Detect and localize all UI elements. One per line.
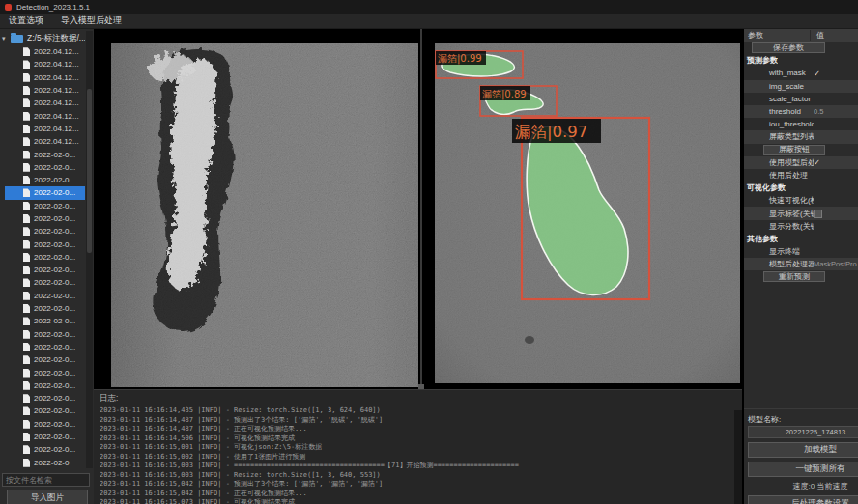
param-row-item: with_mask✓ <box>744 67 858 79</box>
tree-item[interactable]: 2022-02-0... <box>5 405 85 417</box>
tree-root-label: Z:/5-标注数据/... <box>27 33 85 44</box>
tree-item[interactable]: 2022-02-0... <box>5 212 85 225</box>
detection-label: 漏箔|0.89 <box>482 89 527 100</box>
tree-item-label: 2022.04.12... <box>34 137 79 146</box>
file-icon <box>23 163 30 172</box>
param-button[interactable]: 保存参数 <box>752 42 825 53</box>
tree-item-label: 2022-02-0... <box>34 227 75 236</box>
tree-item[interactable]: 2022-02-0... <box>5 392 85 405</box>
file-icon <box>23 202 30 210</box>
file-sidebar: ▾ Z:/5-标注数据/... 2022.04.12...2022.04.12.… <box>0 29 94 504</box>
panel-divider[interactable] <box>420 29 422 390</box>
postprocess-params-button[interactable]: 后处理参数设置 <box>748 495 858 504</box>
tree-item[interactable]: 2022-02-0... <box>5 366 85 378</box>
file-icon <box>23 86 30 95</box>
tree-item[interactable]: 2022.04.12... <box>5 123 85 135</box>
menu-item-settings[interactable]: 设置选项 <box>0 14 52 27</box>
tree-item[interactable]: 2022-02-0... <box>5 443 85 456</box>
tree-item[interactable]: 2022-02-0... <box>5 353 85 366</box>
log-line: 2023-01-11 16:16:15,042 |INFO| - 预测出了3个结… <box>100 480 742 490</box>
tree-item[interactable]: 2022-02-0... <box>5 161 85 174</box>
file-icon <box>23 278 30 287</box>
tree-item[interactable]: 2022-02-0... <box>5 225 85 238</box>
original-image[interactable] <box>111 43 418 387</box>
tree-item-label: 2022-02-0... <box>34 240 75 249</box>
load-model-button[interactable]: 加载模型 <box>748 442 858 458</box>
file-icon <box>23 151 30 159</box>
param-label: 模型后处理器 <box>744 259 814 269</box>
tree-root[interactable]: ▾ Z:/5-标注数据/... <box>2 31 85 45</box>
tree-item[interactable]: 2022-02-0... <box>5 174 85 186</box>
check-icon[interactable]: ✓ <box>814 69 858 78</box>
title-bar: Detection_2023.1.5.1 <box>0 0 858 14</box>
tree-scrollbar[interactable] <box>86 31 93 468</box>
tree-item[interactable]: 2022-02-0... <box>5 302 85 315</box>
tree-item[interactable]: 2022-02-0... <box>5 418 85 431</box>
vertical-splitter[interactable] <box>734 410 742 504</box>
check-icon[interactable]: ✓ <box>814 157 858 167</box>
tree-item[interactable]: 2022.04.12... <box>5 97 85 109</box>
tree-item[interactable]: 2022-02-0... <box>5 379 85 392</box>
param-row-item: iou_threshold <box>744 118 858 130</box>
speed-text: 速度:0 当前速度 <box>748 481 858 491</box>
tree-item-label: 2022-02-0... <box>34 317 75 325</box>
checkbox-icon[interactable] <box>814 210 822 218</box>
tree-item[interactable]: 2022-02-0... <box>5 328 85 341</box>
file-icon <box>23 73 30 82</box>
log-panel: 日志: 2023-01-11 16:16:14,435 |INFO| - Res… <box>94 390 742 504</box>
tree-item[interactable]: 2022-02-0... <box>5 341 85 353</box>
file-icon <box>23 47 30 56</box>
tree-item[interactable]: 2022-02-0... <box>5 251 85 264</box>
param-label: 屏蔽类型列表 <box>744 131 814 142</box>
tree-item[interactable]: 2022-02-0... <box>5 148 85 160</box>
chevron-down-icon[interactable]: ▾ <box>2 35 10 42</box>
param-label: threshold <box>744 107 814 116</box>
tree-item[interactable]: 2022-02-0 <box>5 457 85 469</box>
window-title: Detection_2023.1.5.1 <box>16 3 90 12</box>
search-input[interactable] <box>2 473 90 487</box>
tree-item[interactable]: 2022-02-0... <box>5 200 85 212</box>
tree-scrollbar-thumb[interactable] <box>87 89 92 253</box>
param-label: 显示标签(关键点) <box>744 209 814 219</box>
prediction-image[interactable]: 漏箔|0.99 漏箔|0.89 漏箔|0.97 <box>435 43 740 383</box>
log-title: 日志: <box>100 393 742 405</box>
tree-item[interactable]: 2022.04.12... <box>5 109 85 122</box>
param-label: scale_factor <box>744 95 814 103</box>
tree-item[interactable]: 2022.04.12... <box>5 58 85 70</box>
file-icon <box>23 176 30 184</box>
tree-item[interactable]: 2022-02-0... <box>5 238 85 250</box>
params-header-value: 值 <box>810 30 858 41</box>
detection-label: 漏箔|0.99 <box>438 53 482 65</box>
tree-item[interactable]: 2022.04.12... <box>5 71 85 84</box>
predict-all-button[interactable]: 一键预测所有 <box>748 462 858 477</box>
file-icon <box>23 355 30 364</box>
tree-item-label: 2022-02-0 <box>34 459 69 467</box>
tree-item[interactable]: 2022-02-0... <box>5 186 85 199</box>
param-button[interactable]: 重新预测 <box>763 271 825 282</box>
tree-item-label: 2022-02-0... <box>34 355 75 364</box>
tree-item-label: 2022-02-0... <box>34 330 75 339</box>
param-value[interactable] <box>814 209 858 218</box>
tree-item[interactable]: 2022-02-0... <box>5 290 85 302</box>
menu-item-import-postprocess[interactable]: 导入模型后处理 <box>52 14 130 27</box>
param-label: 显示分数(关键点) <box>744 221 814 232</box>
tree-item-label: 2022.04.12... <box>34 125 79 133</box>
param-button[interactable]: 屏蔽按钮 <box>763 145 825 155</box>
tree-item[interactable]: 2022-02-0... <box>5 431 85 443</box>
tree-item[interactable]: 2022.04.12... <box>5 45 85 58</box>
tree-item[interactable]: 2022.04.12... <box>5 135 85 148</box>
params-header-name: 参数 <box>744 30 810 41</box>
tree-item[interactable]: 2022-02-0... <box>5 264 85 276</box>
image-canvas: 漏箔|0.99 漏箔|0.89 漏箔|0.97 <box>94 29 742 390</box>
param-value: 0.5 <box>814 107 858 116</box>
file-icon <box>23 253 30 262</box>
param-row-button: 保存参数 <box>744 42 858 54</box>
import-images-button[interactable]: 导入图片 <box>7 490 88 504</box>
tree-item[interactable]: 2022-02-0... <box>5 315 85 327</box>
detection-label: 漏箔|0.97 <box>515 123 587 141</box>
model-name-field[interactable]: 20221225_174813 <box>748 426 858 438</box>
param-row-item: threshold0.5 <box>744 105 858 118</box>
file-icon <box>23 459 30 467</box>
tree-item[interactable]: 2022.04.12... <box>5 84 85 97</box>
tree-item[interactable]: 2022-02-0... <box>5 276 85 289</box>
